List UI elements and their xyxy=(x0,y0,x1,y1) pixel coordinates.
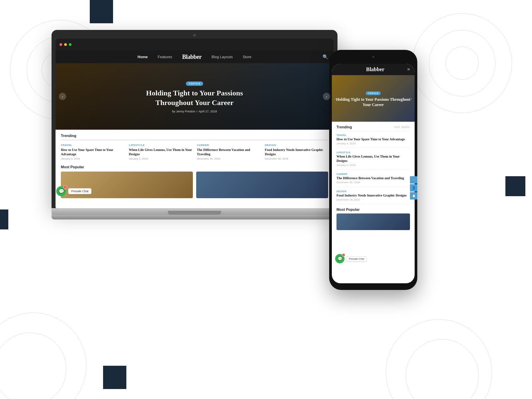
phone-popular-label: Most Popular xyxy=(336,207,410,211)
most-popular-label: Most Popular xyxy=(61,165,328,169)
phone-notch xyxy=(360,56,387,63)
phone-device: Blabber ≡ ‹ TOPICS Holding Tight to Your… xyxy=(329,50,417,290)
nav-item-store[interactable]: Store xyxy=(243,55,251,59)
phone-screen: Blabber ≡ ‹ TOPICS Holding Tight to Your… xyxy=(332,64,415,283)
nav-item-blog-layouts[interactable]: Blog Layouts xyxy=(211,55,233,59)
phone-article-title-3[interactable]: The Difference Between Vacation and Trav… xyxy=(336,176,410,180)
circle-decoration-br2 xyxy=(406,339,479,399)
phone-sidebar-icon-3[interactable]: 📋 xyxy=(410,192,415,200)
circle-decoration-br xyxy=(386,319,492,399)
phone-article-4: DESIGN Food Industry Needs Innovative Gr… xyxy=(336,190,410,204)
phone-article-category-1: TRAVEL xyxy=(336,134,410,136)
article-category-4: DESIGN xyxy=(265,144,329,147)
hero-prev-arrow[interactable]: ‹ xyxy=(59,93,66,100)
circle-decoration-tr2 xyxy=(429,30,495,96)
article-title-4[interactable]: Food Industry Needs Innovative Graphic D… xyxy=(265,148,329,156)
phone-hero-tag: TOPICS xyxy=(366,91,381,95)
search-icon[interactable]: 🔍 xyxy=(323,54,328,60)
browser-bar xyxy=(56,39,333,51)
hero-tag: TOPICS xyxy=(186,81,203,86)
article-category-1: TRAVEL xyxy=(61,144,124,147)
chat-label[interactable]: Presale Chat xyxy=(68,188,91,194)
phone-trending-label: Trending xyxy=(336,125,352,129)
phone-hot-news-label: HOT NEWS xyxy=(394,126,410,129)
phone-body: Blabber ≡ ‹ TOPICS Holding Tight to Your… xyxy=(329,50,417,290)
circle-decoration-bl2 xyxy=(0,332,66,399)
trending-item-4: DESIGN Food Industry Needs Innovative Gr… xyxy=(265,144,329,160)
browser-minimize-dot xyxy=(64,43,67,46)
chat-badge: 2 xyxy=(63,185,67,189)
popular-item-2[interactable] xyxy=(196,172,328,198)
phone-article-date-1: January 4, 2019 xyxy=(336,142,410,145)
phone-hero-section: ‹ TOPICS Holding Tight to Your Passions … xyxy=(332,75,415,122)
laptop-base xyxy=(52,208,337,215)
phone-navigation: Blabber ≡ xyxy=(332,64,415,75)
article-title-3[interactable]: The Difference Between Vacation and Trav… xyxy=(197,148,260,156)
phone-chat-button[interactable]: 💬 1 Presale Chat xyxy=(335,254,367,263)
phone-article-title-1[interactable]: How to Use Your Spare Time to Your Advan… xyxy=(336,137,410,141)
phone-site-logo[interactable]: Blabber xyxy=(366,66,384,72)
hero-section: ‹ TOPICS Holding Tight to Your PassionsT… xyxy=(56,63,333,130)
hero-content: TOPICS Holding Tight to Your PassionsThr… xyxy=(146,80,243,113)
hero-meta: by Jenny Preston ○ April 17, 2018 xyxy=(146,110,243,113)
phone-article-date-2: January 2, 2019 xyxy=(336,164,410,167)
phone-camera xyxy=(372,56,374,58)
article-date-3: December 30, 2018 xyxy=(197,157,260,160)
hamburger-menu-icon[interactable]: ≡ xyxy=(407,67,410,72)
chat-button-laptop[interactable]: 💬 2 Presale Chat xyxy=(56,186,91,196)
trending-grid: TRAVEL How to Use Your Spare Time to You… xyxy=(61,144,328,160)
phone-article-category-4: DESIGN xyxy=(336,190,410,193)
phone-chat-icon: 💬 1 xyxy=(335,254,344,263)
bg-square-left xyxy=(0,209,8,229)
phone-article-3: CAREER The Difference Between Vacation a… xyxy=(336,173,410,187)
nav-item-features[interactable]: Features xyxy=(158,55,172,59)
trending-item-2: LIFESTYLE When Life Gives Lemons, Use Th… xyxy=(129,144,193,160)
laptop-body: Home Features Blabber Blog Layouts Store… xyxy=(52,30,337,208)
phone-chat-badge: 1 xyxy=(342,253,345,257)
article-title-1[interactable]: How to Use Your Spare Time to Your Advan… xyxy=(61,148,124,156)
phone-article-category-2: LIFESTYLE xyxy=(336,151,410,154)
circle-decoration-tr3 xyxy=(446,47,479,80)
trending-item-1: TRAVEL How to Use Your Spare Time to You… xyxy=(61,144,124,160)
laptop-stand xyxy=(52,215,337,219)
phone-content-area: Trending HOT NEWS TRAVEL How to Use Your… xyxy=(332,122,415,233)
phone-article-title-4[interactable]: Food Industry Needs Innovative Graphic D… xyxy=(336,193,410,198)
circle-decoration-tr xyxy=(412,13,512,113)
browser-close-dot xyxy=(60,43,62,46)
site-logo[interactable]: Blabber xyxy=(182,54,202,61)
phone-chat-label[interactable]: Presale Chat xyxy=(346,256,367,261)
hero-title: Holding Tight to Your PassionsThroughout… xyxy=(146,88,243,107)
article-title-2[interactable]: When Life Gives Lemons, Use Them in Your… xyxy=(129,148,193,156)
phone-sidebar-icon-2[interactable]: 👤 xyxy=(410,184,415,192)
trending-item-3: CAREER The Difference Between Vacation a… xyxy=(197,144,260,160)
popular-grid xyxy=(61,172,328,198)
bg-square-bottom xyxy=(103,366,126,389)
article-date-2: January 2, 2019 xyxy=(129,157,193,160)
phone-sidebar-icon-1[interactable]: 🛒 xyxy=(410,176,415,184)
laptop-screen: Home Features Blabber Blog Layouts Store… xyxy=(56,39,333,208)
content-area: Trending TRAVEL How to Use Your Spare Ti… xyxy=(56,130,333,202)
phone-article-2: LIFESTYLE When Life Gives Lemons, Use Th… xyxy=(336,151,410,170)
phone-trending-header: Trending HOT NEWS xyxy=(336,125,410,131)
phone-article-1: TRAVEL How to Use Your Spare Time to You… xyxy=(336,134,410,148)
phone-hero-title: Holding Tight to Your Passions Throughou… xyxy=(332,97,415,107)
trending-section-label: Trending xyxy=(61,134,328,140)
laptop-device: Home Features Blabber Blog Layouts Store… xyxy=(52,30,337,219)
phone-article-category-3: CAREER xyxy=(336,173,410,175)
nav-item-home[interactable]: Home xyxy=(138,55,148,59)
site-navigation: Home Features Blabber Blog Layouts Store… xyxy=(56,51,333,63)
main-scene: Home Features Blabber Blog Layouts Store… xyxy=(52,30,401,219)
bg-square-right xyxy=(505,176,525,196)
article-category-2: LIFESTYLE xyxy=(129,144,193,147)
article-date-1: January 4, 2019 xyxy=(61,157,124,160)
article-date-4: December 28, 2018 xyxy=(265,157,329,160)
phone-sidebar-icons: 🛒 👤 📋 xyxy=(410,176,415,200)
bg-square-top xyxy=(90,0,113,23)
phone-hero-content: TOPICS Holding Tight to Your Passions Th… xyxy=(332,89,415,107)
phone-popular-image[interactable] xyxy=(336,213,410,230)
hero-next-arrow[interactable]: › xyxy=(323,93,330,100)
circle-decoration-bl xyxy=(0,313,86,399)
laptop-camera xyxy=(193,34,196,37)
phone-article-title-2[interactable]: When Life Gives Lemons, Use Them in Your… xyxy=(336,154,410,163)
chat-icon-wrap: 💬 2 xyxy=(56,186,66,196)
